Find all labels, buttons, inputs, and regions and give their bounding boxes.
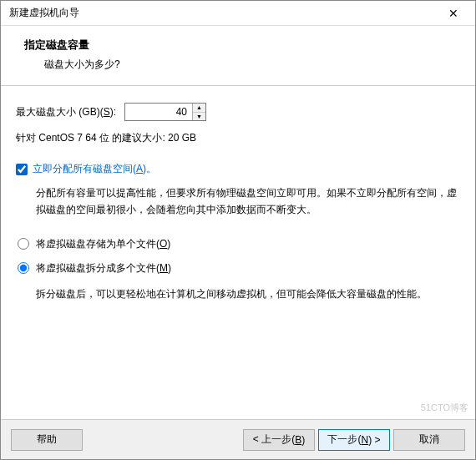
wizard-window: 新建虚拟机向导 ✕ 指定磁盘容量 磁盘大小为多少? 最大磁盘大小 (GB)(S)…: [0, 0, 476, 460]
help-button[interactable]: 帮助: [11, 429, 83, 451]
spinner-up-button[interactable]: ▲: [193, 104, 205, 113]
chevron-down-icon: ▼: [196, 114, 202, 119]
recommended-size-label: 针对 CentOS 7 64 位 的建议大小: 20 GB: [16, 131, 460, 145]
wizard-footer: 帮助 < 上一步(B) 下一步(N) > 取消: [1, 419, 475, 459]
title-bar: 新建虚拟机向导 ✕: [1, 1, 475, 26]
wizard-header: 指定磁盘容量 磁盘大小为多少?: [1, 26, 475, 86]
next-button[interactable]: 下一步(N) >: [318, 429, 390, 451]
disk-size-spinner[interactable]: ▲ ▼: [124, 103, 206, 121]
allocate-now-checkbox[interactable]: [16, 164, 28, 175]
chevron-up-icon: ▲: [196, 104, 202, 110]
close-icon: ✕: [448, 7, 458, 20]
spinner-down-button[interactable]: ▼: [193, 113, 205, 121]
split-files-description: 拆分磁盘后，可以更轻松地在计算机之间移动虚拟机，但可能会降低大容量磁盘的性能。: [36, 286, 460, 302]
window-title: 新建虚拟机向导: [9, 6, 79, 20]
store-single-file-radio[interactable]: [18, 238, 29, 250]
split-files-radio-row[interactable]: 将虚拟磁盘拆分成多个文件(M): [16, 261, 460, 275]
disk-size-row: 最大磁盘大小 (GB)(S): ▲ ▼: [16, 103, 460, 121]
spinner-buttons: ▲ ▼: [192, 104, 205, 120]
cancel-button[interactable]: 取消: [393, 429, 465, 451]
back-button[interactable]: < 上一步(B): [243, 429, 315, 451]
store-single-file-radio-row[interactable]: 将虚拟磁盘存储为单个文件(O): [16, 237, 460, 251]
disk-size-label: 最大磁盘大小 (GB)(S):: [16, 105, 116, 119]
page-title: 指定磁盘容量: [24, 38, 458, 53]
wizard-content: 最大磁盘大小 (GB)(S): ▲ ▼ 针对 CentOS 7 64 位 的建议…: [1, 86, 475, 419]
store-single-file-label: 将虚拟磁盘存储为单个文件(O): [36, 237, 170, 251]
close-button[interactable]: ✕: [437, 2, 470, 25]
disk-size-input[interactable]: [125, 104, 192, 120]
page-subtitle: 磁盘大小为多少?: [24, 58, 458, 72]
split-files-radio[interactable]: [18, 262, 29, 274]
allocate-now-label: 立即分配所有磁盘空间(A)。: [33, 162, 156, 176]
allocate-now-description: 分配所有容量可以提高性能，但要求所有物理磁盘空间立即可用。如果不立即分配所有空间…: [36, 185, 460, 219]
split-files-label: 将虚拟磁盘拆分成多个文件(M): [36, 261, 171, 275]
allocate-now-checkbox-row[interactable]: 立即分配所有磁盘空间(A)。: [16, 162, 460, 176]
